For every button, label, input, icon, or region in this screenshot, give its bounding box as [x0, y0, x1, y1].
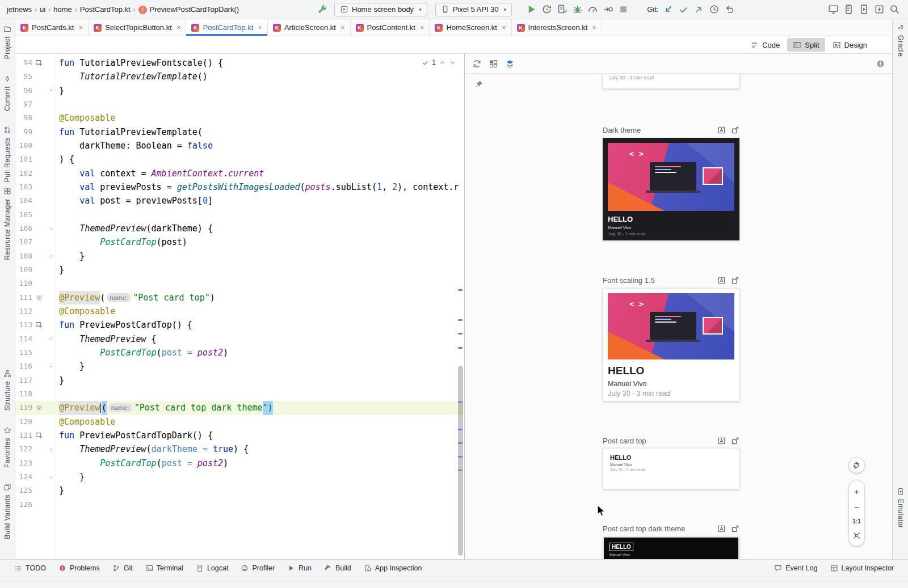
deploy-preview-icon[interactable] [731, 276, 739, 285]
sdk-manager-icon[interactable] [874, 4, 885, 15]
tool-button-emulator[interactable]: Emulator [893, 488, 908, 528]
view-mode-code[interactable]: Code [745, 38, 785, 52]
apply-changes-icon[interactable] [541, 4, 552, 15]
run-configuration-select[interactable]: Home screen body▾ [334, 3, 427, 16]
close-icon[interactable]: × [176, 23, 181, 32]
fold-marker[interactable] [46, 226, 55, 231]
close-icon[interactable]: × [258, 23, 262, 32]
inspections-widget[interactable]: 1 [422, 58, 456, 66]
fold-marker[interactable] [46, 475, 55, 480]
deploy-preview-icon[interactable] [731, 524, 739, 533]
tab-selecttopicbutton-kt[interactable]: KSelectTopicButton.kt× [89, 19, 186, 36]
toolwindow-problems[interactable]: Problems [52, 560, 106, 577]
tab-postcardtop-kt[interactable]: KPostCardTop.kt× [186, 19, 267, 36]
search-icon[interactable] [889, 4, 900, 15]
view-options-icon[interactable] [489, 59, 498, 69]
fold-marker[interactable] [46, 253, 55, 259]
fold-marker[interactable] [46, 364, 55, 369]
breadcrumb-item-home[interactable]: home [52, 5, 73, 14]
tool-button-gradle[interactable]: Gradle [893, 24, 908, 57]
fold-marker[interactable] [46, 336, 55, 341]
tool-button-commit[interactable]: Commit [0, 75, 15, 111]
wrench-icon[interactable] [317, 4, 328, 15]
pan-button[interactable] [848, 457, 865, 473]
code-editor[interactable]: 94fun TutorialPreviewFontscale() {95 Tut… [15, 54, 465, 559]
tab-homescreen-kt[interactable]: KHomeScreen.kt× [430, 19, 511, 36]
toolwindow-git[interactable]: Git [106, 560, 139, 577]
toolwindow-terminal[interactable]: Terminal [139, 560, 190, 577]
zoom-fit-button[interactable] [853, 532, 860, 539]
close-icon[interactable]: × [420, 23, 424, 32]
next-issue-icon[interactable] [449, 59, 456, 66]
breadcrumb-item-postcardtop-kt[interactable]: PostCardTop.kt [79, 5, 132, 14]
interactive-preview-icon[interactable] [717, 276, 726, 285]
fold-marker[interactable] [46, 447, 55, 452]
breadcrumb-item-ui[interactable]: ui [39, 5, 47, 14]
profile-icon[interactable] [587, 4, 598, 15]
stop-icon[interactable] [618, 4, 629, 15]
layers-icon[interactable] [505, 59, 515, 69]
tab-postcontent-kt[interactable]: KPostContent.kt× [351, 19, 430, 36]
close-icon[interactable]: × [340, 23, 345, 32]
tool-button-favorites[interactable]: Favorites [0, 426, 15, 468]
apply-code-changes-icon[interactable] [557, 4, 568, 15]
device-file-explorer-icon[interactable] [843, 4, 854, 15]
preview-card-font-scaling-1-5[interactable]: < >HELLOManuel VivoJuly 30 - 3 min read [603, 288, 739, 401]
tab-articlescreen-kt[interactable]: KArticleScreen.kt× [268, 19, 351, 36]
gear-icon[interactable] [32, 404, 46, 412]
toolwindow-build[interactable]: Build [318, 560, 358, 577]
fold-marker[interactable] [46, 88, 55, 93]
zoom-out-button[interactable]: − [854, 503, 859, 511]
breadcrumb-item-previewpostcardtopdark[interactable]: fPreviewPostCardTopDark() [137, 5, 241, 14]
close-icon[interactable]: × [592, 23, 596, 32]
toolwindow-todo[interactable]: TODO [8, 560, 52, 577]
preview-card-post-card-top-dark-theme[interactable]: HELLOManuel Vivo [603, 536, 739, 559]
toolwindow-run[interactable]: Run [281, 560, 318, 577]
close-icon[interactable]: × [78, 23, 83, 32]
tool-button-project[interactable]: Project [0, 25, 15, 59]
zoom-in-button[interactable]: + [854, 487, 859, 496]
attach-debugger-icon[interactable] [603, 4, 613, 15]
issues-icon[interactable] [876, 59, 885, 69]
update-project-icon[interactable] [663, 4, 674, 15]
rollback-icon[interactable] [724, 4, 735, 15]
interactive-preview-icon[interactable] [717, 126, 726, 134]
view-mode-split[interactable]: Split [787, 38, 825, 52]
tool-button-resource-manager[interactable]: Resource Manager [0, 187, 15, 260]
tool-button-structure[interactable]: Structure [0, 370, 15, 411]
layout-inspector-icon[interactable] [828, 4, 839, 15]
interactive-preview-icon[interactable] [717, 524, 726, 533]
preview-card-post-card-top[interactable]: HELLOManuel VivoJuly 30 - 3 min read [603, 448, 739, 489]
toolwindow-profiler[interactable]: Profiler [234, 560, 281, 577]
run-preview-icon[interactable] [32, 432, 46, 439]
build-refresh-icon[interactable] [472, 59, 482, 69]
preview-card-dark-theme[interactable]: < >HELLOManuel VivoJuly 30 - 3 min read [603, 138, 739, 240]
toolwindow-event-log[interactable]: Event Log [768, 560, 823, 577]
run-preview-icon[interactable] [32, 321, 46, 329]
toolwindow-app-inspection[interactable]: App Inspection [358, 560, 428, 577]
toolwindow-layout-inspector[interactable]: Layout Inspector [824, 560, 900, 577]
tab-postcards-kt[interactable]: KPostCards.kt× [15, 19, 89, 36]
zoom-actual-button[interactable]: 1:1 [852, 519, 860, 524]
view-mode-design[interactable]: Design [827, 38, 873, 52]
prev-issue-icon[interactable] [439, 59, 446, 66]
push-icon[interactable] [693, 4, 704, 15]
tool-button-pull-requests[interactable]: Pull Requests [0, 126, 15, 182]
breadcrumb-item-jetnews[interactable]: jetnews [6, 5, 33, 14]
device-select[interactable]: Pixel 5 API 30▾ [435, 3, 512, 16]
toolwindow-logcat[interactable]: Logcat [190, 560, 235, 577]
history-icon[interactable] [709, 4, 720, 15]
gear-icon[interactable] [32, 294, 46, 302]
interactive-preview-icon[interactable] [717, 437, 726, 445]
tab-interestsscreen-kt[interactable]: KInterestsScreen.kt× [512, 19, 602, 36]
deploy-preview-icon[interactable] [731, 437, 739, 445]
editor-scrollbar-thumb[interactable] [458, 366, 463, 556]
avd-manager-icon[interactable] [859, 4, 869, 15]
tool-button-build-variants[interactable]: Build Variants [0, 483, 15, 539]
commit-icon[interactable] [678, 4, 689, 15]
debug-icon[interactable] [572, 4, 583, 15]
deploy-preview-icon[interactable] [731, 126, 739, 134]
close-icon[interactable]: × [502, 23, 506, 32]
pin-icon[interactable] [474, 80, 484, 89]
run-icon[interactable] [526, 4, 537, 15]
